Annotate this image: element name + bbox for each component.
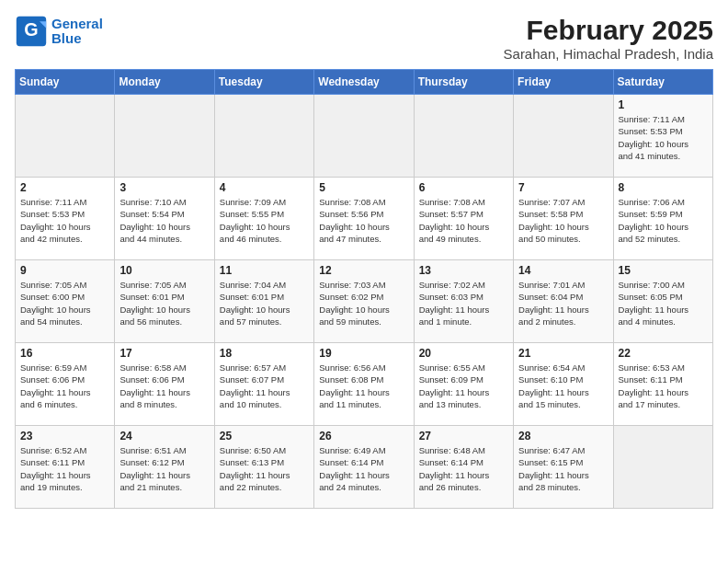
day-info: Sunrise: 6:57 AM Sunset: 6:07 PM Dayligh… — [220, 362, 309, 410]
day-number: 19 — [319, 347, 408, 360]
day-number: 11 — [220, 264, 309, 277]
day-number: 20 — [419, 347, 508, 360]
day-header-saturday: Saturday — [613, 70, 712, 95]
calendar-week-row: 23Sunrise: 6:52 AM Sunset: 6:11 PM Dayli… — [16, 426, 713, 509]
day-header-monday: Monday — [115, 70, 214, 95]
day-number: 23 — [20, 430, 109, 442]
day-number: 18 — [220, 347, 309, 360]
day-number: 3 — [119, 181, 209, 194]
calendar-cell: 15Sunrise: 7:00 AM Sunset: 6:05 PM Dayli… — [613, 260, 712, 343]
calendar-cell: 11Sunrise: 7:04 AM Sunset: 6:01 PM Dayli… — [214, 260, 313, 343]
day-info: Sunrise: 7:07 AM Sunset: 5:58 PM Dayligh… — [518, 196, 608, 245]
day-info: Sunrise: 7:01 AM Sunset: 6:04 PM Dayligh… — [518, 279, 608, 327]
day-info: Sunrise: 7:11 AM Sunset: 5:53 PM Dayligh… — [619, 113, 708, 162]
calendar-cell: 12Sunrise: 7:03 AM Sunset: 6:02 PM Dayli… — [314, 260, 414, 343]
day-info: Sunrise: 6:54 AM Sunset: 6:10 PM Dayligh… — [518, 362, 608, 410]
day-info: Sunrise: 6:48 AM Sunset: 6:14 PM Dayligh… — [419, 444, 508, 493]
day-number: 16 — [20, 347, 109, 360]
day-number: 4 — [220, 181, 309, 194]
day-number: 15 — [619, 264, 708, 277]
day-info: Sunrise: 6:55 AM Sunset: 6:09 PM Dayligh… — [419, 362, 508, 410]
day-number: 25 — [220, 430, 309, 442]
day-info: Sunrise: 6:56 AM Sunset: 6:08 PM Dayligh… — [319, 362, 408, 410]
logo-icon: G — [15, 15, 48, 48]
calendar-subtitle: Sarahan, Himachal Pradesh, India — [504, 46, 713, 62]
day-info: Sunrise: 6:52 AM Sunset: 6:11 PM Dayligh… — [20, 444, 109, 493]
calendar-cell: 5Sunrise: 7:08 AM Sunset: 5:56 PM Daylig… — [314, 178, 414, 260]
day-info: Sunrise: 7:04 AM Sunset: 6:01 PM Dayligh… — [220, 279, 309, 327]
calendar-week-row: 16Sunrise: 6:59 AM Sunset: 6:06 PM Dayli… — [16, 343, 713, 426]
day-number: 10 — [119, 264, 209, 277]
day-info: Sunrise: 7:02 AM Sunset: 6:03 PM Dayligh… — [419, 279, 508, 327]
calendar-body: 1Sunrise: 7:11 AM Sunset: 5:53 PM Daylig… — [16, 95, 713, 509]
svg-text:G: G — [24, 19, 38, 40]
calendar-cell: 18Sunrise: 6:57 AM Sunset: 6:07 PM Dayli… — [214, 343, 313, 426]
calendar-week-row: 2Sunrise: 7:11 AM Sunset: 5:53 PM Daylig… — [16, 178, 713, 260]
day-number: 6 — [419, 181, 508, 194]
day-number: 21 — [518, 347, 608, 360]
calendar-table: SundayMondayTuesdayWednesdayThursdayFrid… — [15, 69, 713, 509]
calendar-cell — [414, 95, 513, 178]
calendar-cell: 21Sunrise: 6:54 AM Sunset: 6:10 PM Dayli… — [514, 343, 613, 426]
calendar-cell: 2Sunrise: 7:11 AM Sunset: 5:53 PM Daylig… — [16, 178, 115, 260]
calendar-cell — [613, 426, 712, 509]
calendar-cell: 6Sunrise: 7:08 AM Sunset: 5:57 PM Daylig… — [414, 178, 513, 260]
day-number: 17 — [119, 347, 209, 360]
calendar-cell: 27Sunrise: 6:48 AM Sunset: 6:14 PM Dayli… — [414, 426, 513, 509]
day-info: Sunrise: 7:10 AM Sunset: 5:54 PM Dayligh… — [119, 196, 209, 245]
day-number: 2 — [20, 181, 109, 194]
day-number: 5 — [319, 181, 408, 194]
calendar-cell: 9Sunrise: 7:05 AM Sunset: 6:00 PM Daylig… — [16, 260, 115, 343]
day-info: Sunrise: 7:05 AM Sunset: 6:00 PM Dayligh… — [20, 279, 109, 327]
day-info: Sunrise: 6:49 AM Sunset: 6:14 PM Dayligh… — [319, 444, 408, 493]
calendar-week-row: 1Sunrise: 7:11 AM Sunset: 5:53 PM Daylig… — [16, 95, 713, 178]
day-number: 9 — [20, 264, 109, 277]
calendar-cell: 10Sunrise: 7:05 AM Sunset: 6:01 PM Dayli… — [115, 260, 214, 343]
calendar-cell: 23Sunrise: 6:52 AM Sunset: 6:11 PM Dayli… — [16, 426, 115, 509]
day-number: 12 — [319, 264, 408, 277]
day-number: 22 — [619, 347, 708, 360]
day-info: Sunrise: 6:53 AM Sunset: 6:11 PM Dayligh… — [619, 362, 708, 410]
day-number: 27 — [419, 430, 508, 442]
calendar-cell: 22Sunrise: 6:53 AM Sunset: 6:11 PM Dayli… — [613, 343, 712, 426]
title-block: February 2025 Sarahan, Himachal Pradesh,… — [504, 15, 713, 62]
calendar-cell — [514, 95, 613, 178]
day-info: Sunrise: 7:11 AM Sunset: 5:53 PM Dayligh… — [20, 196, 109, 245]
calendar-cell: 20Sunrise: 6:55 AM Sunset: 6:09 PM Dayli… — [414, 343, 513, 426]
day-info: Sunrise: 7:06 AM Sunset: 5:59 PM Dayligh… — [619, 196, 708, 245]
calendar-cell: 16Sunrise: 6:59 AM Sunset: 6:06 PM Dayli… — [16, 343, 115, 426]
day-info: Sunrise: 6:51 AM Sunset: 6:12 PM Dayligh… — [119, 444, 209, 493]
day-info: Sunrise: 6:58 AM Sunset: 6:06 PM Dayligh… — [119, 362, 209, 410]
calendar-cell: 19Sunrise: 6:56 AM Sunset: 6:08 PM Dayli… — [314, 343, 414, 426]
calendar-cell: 8Sunrise: 7:06 AM Sunset: 5:59 PM Daylig… — [613, 178, 712, 260]
day-info: Sunrise: 6:59 AM Sunset: 6:06 PM Dayligh… — [20, 362, 109, 410]
day-number: 26 — [319, 430, 408, 442]
day-number: 13 — [419, 264, 508, 277]
day-number: 1 — [619, 98, 708, 111]
day-number: 8 — [619, 181, 708, 194]
logo-text-general: General — [51, 16, 103, 31]
calendar-cell: 24Sunrise: 6:51 AM Sunset: 6:12 PM Dayli… — [115, 426, 214, 509]
day-header-wednesday: Wednesday — [314, 70, 414, 95]
calendar-cell: 13Sunrise: 7:02 AM Sunset: 6:03 PM Dayli… — [414, 260, 513, 343]
day-header-friday: Friday — [514, 70, 613, 95]
day-info: Sunrise: 7:05 AM Sunset: 6:01 PM Dayligh… — [119, 279, 209, 327]
day-info: Sunrise: 7:08 AM Sunset: 5:57 PM Dayligh… — [419, 196, 508, 245]
calendar-cell: 17Sunrise: 6:58 AM Sunset: 6:06 PM Dayli… — [115, 343, 214, 426]
day-number: 28 — [518, 430, 608, 442]
calendar-cell: 7Sunrise: 7:07 AM Sunset: 5:58 PM Daylig… — [514, 178, 613, 260]
day-info: Sunrise: 7:03 AM Sunset: 6:02 PM Dayligh… — [319, 279, 408, 327]
calendar-cell — [16, 95, 115, 178]
logo-text-blue: Blue — [51, 30, 82, 46]
calendar-cell: 14Sunrise: 7:01 AM Sunset: 6:04 PM Dayli… — [514, 260, 613, 343]
day-number: 7 — [518, 181, 608, 194]
logo: G General Blue — [15, 15, 103, 48]
calendar-cell: 28Sunrise: 6:47 AM Sunset: 6:15 PM Dayli… — [514, 426, 613, 509]
day-header-tuesday: Tuesday — [214, 70, 313, 95]
day-header-thursday: Thursday — [414, 70, 513, 95]
calendar-cell — [115, 95, 214, 178]
day-info: Sunrise: 7:00 AM Sunset: 6:05 PM Dayligh… — [619, 279, 708, 327]
calendar-title: February 2025 — [504, 15, 713, 46]
page-header: G General Blue February 2025 Sarahan, Hi… — [15, 15, 713, 62]
calendar-week-row: 9Sunrise: 7:05 AM Sunset: 6:00 PM Daylig… — [16, 260, 713, 343]
